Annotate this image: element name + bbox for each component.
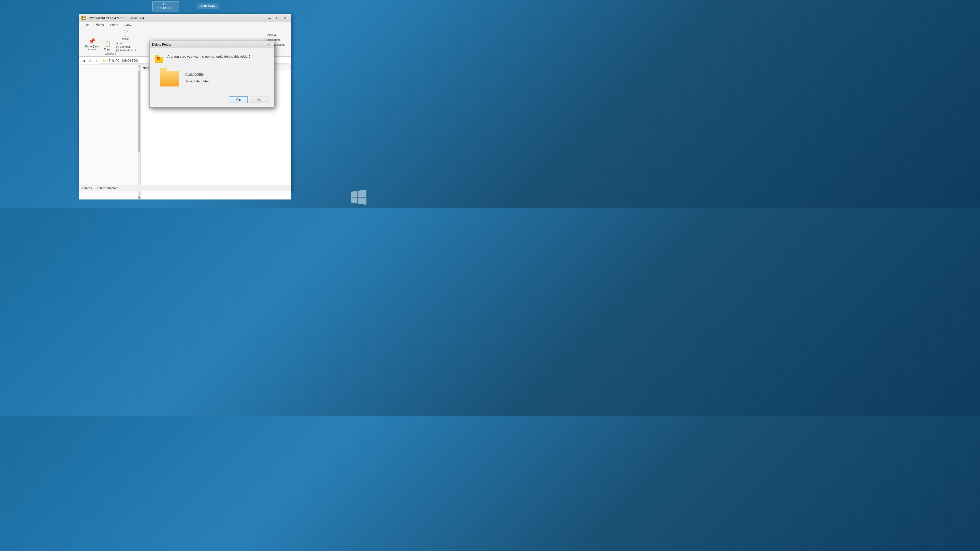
window-title: Save Wizard for PS4 MAX - 1.0.6510.36416 — [88, 16, 266, 20]
tab-share[interactable]: Share — [107, 22, 121, 28]
paste-shortcut-button[interactable]: 📋 Paste shortcut — [115, 49, 138, 52]
scroll-down-btn[interactable]: ▼ — [138, 196, 140, 200]
selected-count: 1 item selected — [97, 186, 118, 190]
yes-button[interactable]: Yes — [229, 96, 248, 103]
clipboard-large-btns: 📌 Pin to Quick access 📋 Copy 📄 Paste ✂ C… — [83, 29, 138, 52]
windows-logo — [351, 189, 366, 206]
scroll-up-btn[interactable]: ▲ — [138, 65, 140, 68]
title-buttons: — ☐ ✕ — [266, 16, 289, 21]
folder-info: CUSA00556 Type: File folder — [185, 71, 209, 85]
paste-sub-items: ✂ Cut 📋 Copy path 📋 Paste shortcut — [115, 41, 138, 52]
copy-path-button[interactable]: 📋 Copy path — [115, 45, 138, 48]
paste-button[interactable]: 📄 Paste — [120, 29, 130, 41]
dialog-warning-icon: ✕ — [155, 54, 164, 63]
copy-icon: 📋 — [103, 41, 110, 48]
breadcrumb-folder: 📁 — [102, 59, 106, 62]
clipboard-label: Clipboard — [83, 52, 138, 56]
paste-group: 📄 Paste ✂ Cut 📋 Copy path 📋 Paste shortc… — [113, 29, 138, 52]
dialog-title-text: Delete Folder — [152, 43, 266, 46]
item-count: 2 items — [82, 186, 92, 190]
dialog-body: ✕ Are you sure you want to permanently d… — [150, 48, 274, 94]
dialog-title-bar: Delete Folder ✕ — [150, 41, 274, 48]
vertical-scrollbar[interactable]: ▲ ▼ — [138, 65, 140, 200]
cut-button[interactable]: ✂ Cut — [115, 41, 138, 45]
folder-type: Type: File folder — [185, 78, 209, 85]
title-bar: 💾 Save Wizard for PS4 MAX - 1.0.6510.364… — [80, 14, 291, 22]
paste-icon: 📄 — [122, 30, 129, 37]
dialog-message-text: Are you sure you want to permanently del… — [167, 53, 250, 59]
delete-dialog: Delete Folder ✕ ✕ Are you sure you want … — [149, 41, 274, 108]
taskbar-item-eu[interactable]: EU - CUSA00556... — [152, 1, 179, 12]
select-all-button[interactable]: Select all — [264, 33, 286, 37]
scroll-thumb[interactable] — [138, 71, 140, 152]
nav-forward-button[interactable]: ▶ — [87, 58, 93, 64]
clipboard-group: 📌 Pin to Quick access 📋 Copy 📄 Paste ✂ C… — [81, 29, 140, 56]
folder-preview: CUSA00556 Type: File folder — [155, 67, 269, 89]
folder-name: CUSA00556 — [185, 71, 209, 78]
copy-button[interactable]: 📋 Copy — [102, 40, 112, 52]
tab-home[interactable]: Home — [92, 22, 107, 28]
large-folder-icon — [160, 70, 179, 86]
title-bar-icon: 💾 — [81, 16, 86, 21]
breadcrumb-sep2: › — [121, 59, 121, 62]
pin-icon: 📌 — [89, 38, 95, 44]
nav-up-button[interactable]: ↑ — [94, 58, 99, 64]
ribbon-tabs-bar: File Home Share View — [80, 22, 291, 28]
breadcrumb-kingston: KINGSTON — [122, 59, 138, 62]
pin-to-quick-button[interactable]: 📌 Pin to Quick access — [83, 37, 101, 52]
no-button[interactable]: No — [250, 96, 269, 103]
dialog-buttons: Yes No — [150, 94, 274, 107]
dialog-close-button[interactable]: ✕ — [266, 42, 272, 47]
tab-view[interactable]: View — [121, 22, 134, 28]
dialog-message-row: ✕ Are you sure you want to permanently d… — [155, 53, 269, 63]
taskbar-top: EU - CUSA00556... USR-DATA — [0, 0, 372, 13]
minimize-button[interactable]: — — [266, 16, 273, 21]
status-bar: 2 items 1 item selected — [80, 185, 291, 191]
taskbar-item-usr[interactable]: USR-DATA — [197, 3, 220, 9]
maximize-button[interactable]: ☐ — [274, 16, 281, 21]
close-button[interactable]: ✕ — [282, 16, 289, 21]
breadcrumb-sep1: › — [107, 59, 108, 62]
nav-panel: ▲ ▼ — [80, 65, 141, 200]
delete-x-icon: ✕ — [156, 56, 160, 61]
breadcrumb-this-pc: This PC — [109, 59, 120, 62]
nav-back-button[interactable]: ◀ — [81, 58, 86, 64]
tab-file[interactable]: File — [81, 22, 92, 28]
